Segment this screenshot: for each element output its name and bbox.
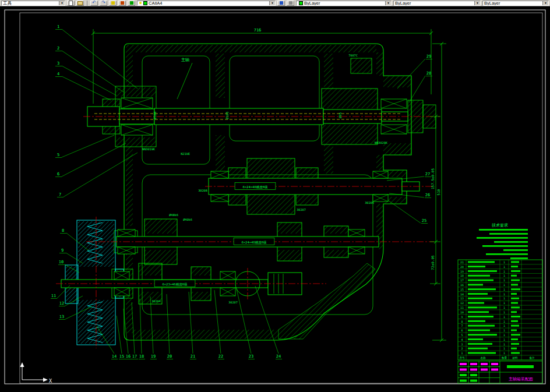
lineweight-combo[interactable]: ByLayer ▼ <box>482 1 549 6</box>
titleblock-magenta-cell <box>491 363 498 365</box>
titleblock-magenta-cell <box>481 363 488 365</box>
bom-qty: 1 <box>503 279 505 282</box>
bom-qty: 1 <box>503 338 505 341</box>
callout-19: 19 <box>151 354 156 359</box>
layer-combo[interactable]: CAIlA4 ▼ <box>137 1 276 6</box>
drawing-canvas[interactable]: 157.5±0.0572±0.05510Ø100Ø105Ø95123456789… <box>0 6 550 392</box>
bom-material-bar <box>511 352 520 354</box>
pan-button[interactable] <box>109 1 117 6</box>
bom-material-bar <box>511 306 520 308</box>
callout-26: 26 <box>425 193 430 197</box>
regen-icon <box>130 1 133 5</box>
note-line-bar <box>510 257 528 259</box>
bom-header: 备注 <box>529 356 535 359</box>
redo-button[interactable]: ↷ <box>100 1 107 6</box>
housing-wall-hatch <box>126 52 133 86</box>
bom-name-bar <box>468 293 488 295</box>
titleblock-green-cell <box>460 380 467 382</box>
callout-15: 15 <box>119 354 124 359</box>
titleblock-magenta-cell <box>460 369 467 371</box>
layer-previous-button[interactable] <box>277 1 285 6</box>
make-layer-current-button[interactable] <box>287 1 294 6</box>
callout-17: 17 <box>132 354 137 359</box>
layer-previous-icon <box>280 1 283 5</box>
callout-16: 16 <box>126 354 131 359</box>
housing-wall-hatch <box>133 330 278 339</box>
title-block-title: 主轴箱装配图 <box>509 376 533 382</box>
callout-14: 14 <box>112 354 117 359</box>
callout-5: 5 <box>57 153 59 157</box>
housing-wall-hatch <box>324 144 333 174</box>
leader-line <box>214 290 221 354</box>
linetype-combo[interactable]: ByLayer ▼ <box>393 1 481 6</box>
titleblock-drawing-no-bar <box>507 365 534 368</box>
bom-qty: 1 <box>503 293 505 296</box>
bom-qty: 1 <box>503 324 505 327</box>
regen-button[interactable] <box>128 1 135 6</box>
bom-name-bar <box>468 329 490 331</box>
bom-qty: 1 <box>503 334 505 337</box>
housing-wall-hatch <box>376 155 383 170</box>
bom-seq: 3 <box>461 343 463 346</box>
leader-line <box>62 51 124 92</box>
drawing-shape <box>144 219 177 234</box>
dim-text: 157.5±0.05 <box>431 168 435 190</box>
folder-icon <box>77 1 83 5</box>
housing-wall-hatch <box>383 143 411 155</box>
drawing-shape <box>277 250 302 261</box>
make-current-icon <box>289 1 292 5</box>
titleblock-green-cell <box>470 374 477 376</box>
workspace-combo[interactable]: 工具 ▼ <box>1 1 65 6</box>
bom-material-bar <box>511 329 517 331</box>
bom-seq: 13 <box>460 297 464 300</box>
redo-icon: ↷ <box>101 1 105 5</box>
note-line-bar <box>477 237 528 239</box>
note-line-bar <box>486 253 528 255</box>
layer-name: CAIlA4 <box>149 1 162 6</box>
bom-name-bar <box>468 316 493 317</box>
toolbar-separator <box>87 1 87 6</box>
new-file-button[interactable] <box>67 1 75 6</box>
leader-line <box>62 66 117 96</box>
housing-wall-hatch <box>126 147 133 226</box>
bom-material-bar <box>511 311 517 313</box>
drawing-shape <box>322 125 378 144</box>
callout-4: 4 <box>57 72 59 76</box>
open-file-button[interactable] <box>76 1 84 6</box>
bom-qty: 1 <box>503 311 505 314</box>
document-icon <box>69 1 73 6</box>
bom-material-bar <box>511 261 519 263</box>
sectioned-part <box>103 126 120 134</box>
housing-wall-hatch <box>324 54 333 89</box>
bom-name-bar <box>468 325 495 327</box>
note-line-bar <box>494 241 528 243</box>
bom-qty: 1 <box>503 266 505 269</box>
housing-wall-hatch <box>383 76 411 87</box>
part-label: N219E <box>181 152 190 156</box>
spline-spec-text: 6×24×48精度6级 <box>242 241 267 245</box>
bom-material-bar <box>511 266 518 267</box>
callout-29: 29 <box>426 54 431 59</box>
undo-button[interactable]: ↶ <box>90 1 98 6</box>
chevron-down-icon: ▼ <box>385 1 391 5</box>
bom-seq: 2 <box>461 347 463 350</box>
drawing-shape <box>324 226 348 234</box>
bom-material-bar <box>511 284 518 285</box>
zoom-button[interactable] <box>118 1 126 6</box>
callout-28: 28 <box>426 71 431 76</box>
bom-header: 序号 <box>459 356 465 359</box>
drawing-shape <box>296 168 318 178</box>
ucs-icon <box>20 362 48 382</box>
color-combo[interactable]: ByLayer ▼ <box>296 1 392 6</box>
assembly-drawing: 157.5±0.0572±0.05510Ø100Ø105Ø95123456789… <box>0 6 550 392</box>
part-label: Ø48k6 <box>169 213 178 217</box>
bom-qty: 1 <box>503 261 505 264</box>
titleblock-magenta-cell <box>481 369 488 371</box>
part-label: 30206 <box>365 201 374 204</box>
bom-qty: 1 <box>503 316 505 319</box>
housing-wall-hatch <box>216 54 225 98</box>
callout-18: 18 <box>139 354 144 359</box>
bom-qty: 1 <box>503 347 505 350</box>
workspace-label: 工具 <box>3 1 12 6</box>
leader-line <box>167 294 170 354</box>
